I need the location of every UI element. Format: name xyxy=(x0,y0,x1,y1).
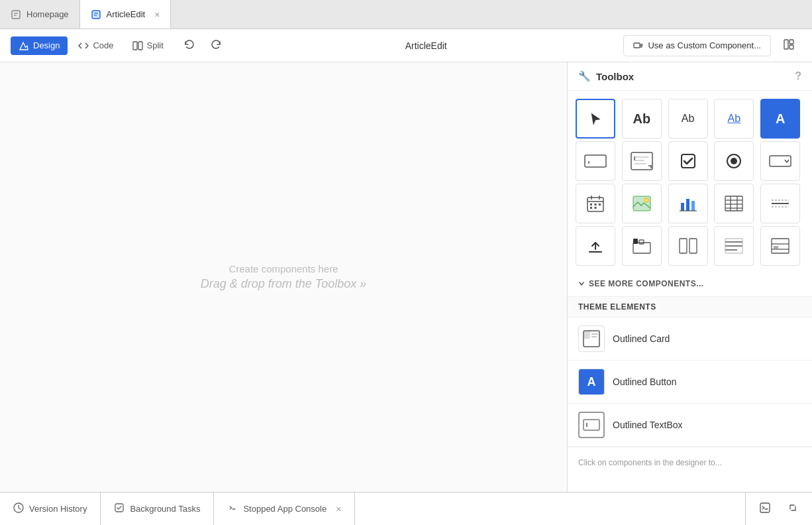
toolbox-tabs-component[interactable] xyxy=(622,226,662,266)
terminal-button[interactable] xyxy=(752,498,778,520)
tab-articleedit[interactable]: ArticleEdit × xyxy=(80,0,172,29)
svg-rect-36 xyxy=(686,199,689,211)
undo-button[interactable] xyxy=(177,34,202,58)
toolbox-upload[interactable] xyxy=(576,226,615,266)
bottom-right-controls xyxy=(745,493,812,525)
toolbox-dropdown[interactable] xyxy=(760,141,800,181)
svg-rect-35 xyxy=(681,203,684,211)
svg-rect-53 xyxy=(689,239,697,253)
svg-rect-66 xyxy=(584,420,599,430)
homepage-tab-icon xyxy=(11,9,21,20)
version-history-label: Version History xyxy=(29,504,87,514)
background-tasks-label: Background Tasks xyxy=(130,504,200,514)
outlined-textbox-icon xyxy=(578,412,605,438)
tab-bar: Homepage ArticleEdit × xyxy=(0,0,812,29)
theme-elements-header: THEME ELEMENTS xyxy=(568,296,812,318)
svg-rect-9 xyxy=(634,43,640,48)
toolbox-datepicker[interactable] xyxy=(576,184,615,223)
outlined-button-icon: A xyxy=(578,369,605,395)
canvas-placeholder: Create components here Drag & drop from … xyxy=(201,263,366,291)
toolbox-textbox[interactable] xyxy=(576,141,615,181)
custom-component-button[interactable]: Use as Custom Component... xyxy=(623,35,771,56)
toolbox-title: Toolbox xyxy=(596,71,634,82)
svg-rect-11 xyxy=(789,40,793,44)
svg-rect-63 xyxy=(584,331,590,339)
version-history-tab[interactable]: Version History xyxy=(0,493,101,525)
svg-rect-3 xyxy=(92,11,100,19)
main-area: Create components here Drag & drop from … xyxy=(0,62,812,492)
toolbox-table[interactable] xyxy=(714,184,754,223)
toolbox-wrench-icon: 🔧 xyxy=(578,70,591,82)
stopped-app-console-tab[interactable]: Stopped App Console × xyxy=(214,493,355,525)
canvas-hint-line2: Drag & drop from the Toolbox » xyxy=(201,277,366,291)
toolbox-columns[interactable] xyxy=(668,226,708,266)
toolbox-checkbox[interactable] xyxy=(668,141,708,181)
toolbox-help-icon[interactable]: ? xyxy=(795,70,801,82)
toolbox-heading[interactable]: Ab xyxy=(622,99,662,139)
theme-outlined-textbox[interactable]: Outlined TextBox xyxy=(568,404,812,447)
redo-button[interactable] xyxy=(203,34,228,58)
toolbox-radio[interactable] xyxy=(714,141,754,181)
theme-outlined-button[interactable]: A Outlined Button xyxy=(568,361,812,404)
tab-homepage-label: Homepage xyxy=(26,9,69,19)
undo-redo-group xyxy=(177,34,228,58)
svg-rect-28 xyxy=(590,204,592,205)
background-tasks-tab[interactable]: Background Tasks xyxy=(101,493,214,525)
toolbox-image[interactable] xyxy=(622,184,662,223)
svg-rect-30 xyxy=(599,204,601,205)
svg-rect-51 xyxy=(639,240,644,244)
articleedit-tab-icon xyxy=(91,9,101,20)
toolbox-textarea[interactable] xyxy=(622,141,662,181)
svg-point-22 xyxy=(731,158,737,164)
see-more-components[interactable]: SEE MORE COMPONENTS... xyxy=(568,274,812,296)
version-history-icon xyxy=(13,502,24,515)
svg-rect-69 xyxy=(115,504,123,512)
theme-outlined-card[interactable]: Outlined Card xyxy=(568,318,812,361)
outlined-card-label: Outlined Card xyxy=(613,333,670,344)
outlined-button-label: Outlined Button xyxy=(613,377,677,387)
toolbar-view-buttons: Design Code Split xyxy=(11,36,172,55)
stopped-app-console-label: Stopped App Console xyxy=(243,504,327,514)
layout-toggle-button[interactable] xyxy=(776,34,801,58)
outlined-textbox-label: Outlined TextBox xyxy=(613,420,683,430)
svg-rect-52 xyxy=(680,239,687,253)
split-button[interactable]: Split xyxy=(125,36,172,55)
svg-rect-15 xyxy=(631,152,652,170)
toolbox-cursor[interactable] xyxy=(576,99,615,139)
toolbox-chart[interactable] xyxy=(668,184,708,223)
bottom-bar: Version History Background Tasks Stopped… xyxy=(0,492,812,525)
console-icon xyxy=(227,502,238,515)
canvas[interactable]: Create components here Drag & drop from … xyxy=(0,62,567,492)
svg-rect-29 xyxy=(595,204,597,205)
svg-rect-12 xyxy=(789,45,793,49)
toolbar: Design Code Split ArticleEdit Use as Cus… xyxy=(0,29,812,62)
svg-rect-71 xyxy=(760,503,770,512)
toolbox-subheading[interactable]: Ab xyxy=(668,99,708,139)
tab-articleedit-label: ArticleEdit xyxy=(107,9,146,19)
svg-rect-7 xyxy=(133,42,137,50)
svg-rect-37 xyxy=(691,201,695,211)
toolbar-right: Use as Custom Component... xyxy=(623,34,801,58)
canvas-hint-line1: Create components here xyxy=(201,263,366,274)
outlined-card-icon xyxy=(578,325,605,352)
design-button[interactable]: Design xyxy=(11,36,68,55)
toolbox-grid: Ab Ab Ab A xyxy=(568,91,812,274)
code-button[interactable]: Code xyxy=(70,36,121,55)
console-tab-close[interactable]: × xyxy=(336,504,341,514)
svg-rect-61 xyxy=(774,246,778,249)
svg-rect-32 xyxy=(595,207,597,209)
toolbox-button[interactable]: A xyxy=(760,99,800,139)
toolbox-panel: 🔧 Toolbox ? Ab Ab Ab A xyxy=(567,62,812,492)
toolbox-separator[interactable] xyxy=(760,184,800,223)
toolbox-layout[interactable] xyxy=(760,226,800,266)
tab-homepage[interactable]: Homepage xyxy=(0,0,80,29)
svg-point-34 xyxy=(644,198,648,202)
toolbox-footer-hint: Click on components in the designer to..… xyxy=(568,447,812,478)
toolbox-link[interactable]: Ab xyxy=(714,99,754,139)
svg-rect-39 xyxy=(725,196,742,211)
svg-rect-31 xyxy=(590,207,592,209)
tab-articleedit-close[interactable]: × xyxy=(154,9,160,20)
toolbox-list[interactable] xyxy=(714,226,754,266)
toolbar-title: ArticleEdit xyxy=(234,40,619,51)
expand-button[interactable] xyxy=(780,498,805,520)
